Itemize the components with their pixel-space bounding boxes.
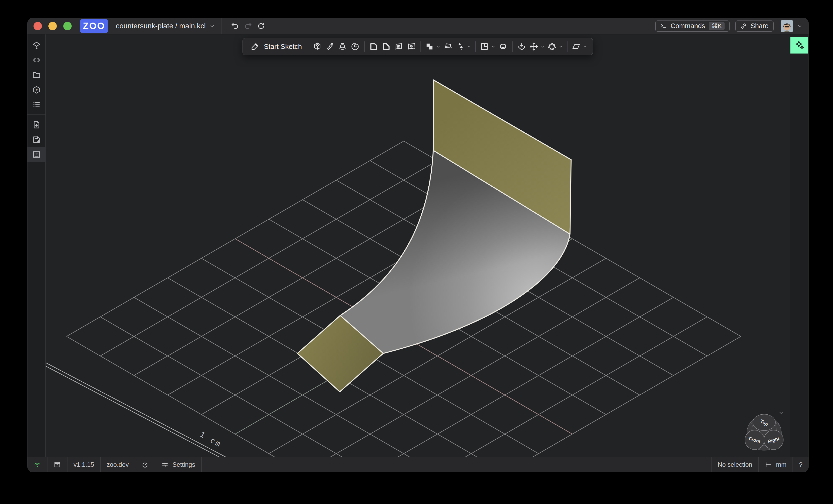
tool-pattern[interactable] bbox=[546, 40, 564, 53]
status-machines[interactable] bbox=[47, 457, 68, 472]
status-spacer bbox=[202, 457, 711, 472]
titlebar: ZOO countersunk-plate / main.kcl Command… bbox=[27, 18, 809, 34]
loft-icon bbox=[338, 42, 347, 51]
tool-revolve[interactable] bbox=[349, 40, 361, 53]
account-chevron-icon[interactable] bbox=[797, 23, 803, 29]
sparkles-icon bbox=[794, 40, 805, 50]
rail-feature-tree[interactable] bbox=[27, 38, 46, 53]
variables-icon bbox=[32, 85, 41, 94]
scale-ruler: 1 cm bbox=[46, 361, 237, 457]
rail-save-export[interactable] bbox=[27, 132, 46, 147]
model-countersunk-plate[interactable] bbox=[298, 80, 571, 392]
folder-icon bbox=[32, 70, 41, 79]
timer-icon bbox=[141, 461, 149, 469]
status-timer[interactable] bbox=[135, 457, 155, 472]
rail-logs[interactable] bbox=[27, 97, 46, 112]
view-gizmo[interactable]: Top Front Right bbox=[742, 411, 786, 455]
status-network[interactable] bbox=[27, 457, 47, 472]
share-button[interactable]: Share bbox=[735, 21, 774, 32]
project-menu[interactable]: countersunk-plate / main.kcl bbox=[116, 22, 215, 30]
statusbar: v1.1.15zoo.devSettings No selectionmm? bbox=[27, 457, 809, 472]
tool-sweep[interactable] bbox=[324, 40, 336, 53]
tool-sketch-face[interactable] bbox=[570, 40, 589, 53]
rail-project-files[interactable] bbox=[27, 68, 46, 82]
save-export-icon bbox=[32, 135, 41, 144]
toolbar-divider bbox=[364, 42, 365, 52]
status-zoo-link[interactable]: zoo.dev bbox=[101, 457, 136, 472]
tool-helix[interactable] bbox=[497, 40, 509, 53]
redo-button[interactable] bbox=[241, 20, 255, 32]
fullscreen-button[interactable] bbox=[63, 22, 72, 30]
toolbar-divider bbox=[421, 42, 421, 52]
chevron-down-icon bbox=[558, 44, 563, 49]
commands-label: Commands bbox=[671, 22, 705, 30]
titlebar-divider bbox=[221, 18, 222, 34]
tool-appearance[interactable] bbox=[454, 40, 473, 53]
toolbar-divider bbox=[308, 42, 308, 52]
printer3d-icon bbox=[53, 461, 61, 469]
gizmo-menu-chevron-icon[interactable] bbox=[779, 410, 784, 415]
toolbar-divider bbox=[475, 42, 476, 52]
network-icon bbox=[33, 461, 41, 469]
zoo-logo[interactable]: ZOO bbox=[80, 19, 108, 33]
tool-offset-plane[interactable] bbox=[479, 40, 497, 53]
toolbar-divider bbox=[512, 42, 513, 52]
tool-hole[interactable] bbox=[405, 40, 418, 53]
tool-extrude[interactable] bbox=[311, 40, 324, 53]
rail-make-print[interactable] bbox=[27, 147, 46, 162]
avatar-icon bbox=[781, 20, 793, 32]
user-avatar[interactable] bbox=[781, 20, 793, 32]
rail-variables[interactable] bbox=[27, 82, 46, 97]
toolbar-divider bbox=[567, 42, 568, 52]
terminal-icon bbox=[660, 23, 667, 29]
status-version[interactable]: v1.1.15 bbox=[68, 457, 101, 472]
start-sketch-button[interactable]: Start Sketch bbox=[247, 40, 305, 53]
chevron-down-icon bbox=[582, 44, 587, 49]
close-button[interactable] bbox=[33, 22, 42, 30]
tool-fillet[interactable] bbox=[367, 40, 380, 53]
project-title: countersunk-plate / main.kcl bbox=[116, 22, 206, 30]
chevron-down-icon bbox=[436, 44, 441, 49]
refresh-button[interactable] bbox=[255, 20, 268, 32]
ruler-icon bbox=[765, 461, 772, 469]
tool-move[interactable] bbox=[528, 40, 546, 53]
main-area: 1 cm Start Sketch bbox=[27, 34, 809, 457]
file-export-icon bbox=[32, 120, 41, 129]
pattern-icon bbox=[547, 42, 556, 51]
sliders-icon bbox=[161, 461, 169, 469]
chevron-down-icon bbox=[491, 44, 496, 49]
plane-icon bbox=[480, 42, 489, 51]
3d-viewport[interactable]: 1 cm Start Sketch bbox=[46, 34, 790, 457]
scale-label: 1 cm bbox=[198, 430, 223, 449]
tool-split[interactable] bbox=[442, 40, 454, 53]
rail-export-file[interactable] bbox=[27, 117, 46, 132]
commands-button[interactable]: Commands ⌘K bbox=[655, 21, 730, 32]
undo-icon bbox=[231, 22, 239, 30]
tool-insert[interactable] bbox=[516, 40, 528, 53]
feature-tree-icon bbox=[32, 41, 41, 50]
split-icon bbox=[444, 42, 453, 51]
tool-chamfer[interactable] bbox=[380, 40, 392, 53]
scene-canvas[interactable]: 1 cm bbox=[46, 34, 790, 457]
status-version-label: v1.1.15 bbox=[73, 461, 94, 469]
sweep-icon bbox=[325, 42, 335, 51]
status-units[interactable]: mm bbox=[758, 457, 792, 472]
pencil-icon bbox=[251, 42, 260, 51]
status-help[interactable]: ? bbox=[792, 457, 809, 472]
appearance-icon bbox=[456, 42, 465, 51]
undo-button[interactable] bbox=[229, 20, 241, 32]
tool-shell[interactable] bbox=[392, 40, 405, 53]
rail-kcl-code[interactable] bbox=[27, 53, 46, 68]
text-to-cad-button[interactable] bbox=[790, 37, 808, 53]
status-selection-status: No selection bbox=[711, 457, 758, 472]
status-settings[interactable]: Settings bbox=[155, 457, 202, 472]
tool-loft[interactable] bbox=[336, 40, 349, 53]
chevron-down-icon bbox=[540, 44, 545, 49]
status-help-label: ? bbox=[799, 461, 803, 469]
tool-boolean[interactable] bbox=[424, 40, 442, 53]
minimize-button[interactable] bbox=[48, 22, 57, 30]
traffic-lights bbox=[33, 22, 72, 30]
modeling-toolbar: Start Sketch bbox=[242, 38, 593, 55]
commands-shortcut: ⌘K bbox=[709, 22, 724, 30]
hole-icon bbox=[407, 42, 416, 51]
